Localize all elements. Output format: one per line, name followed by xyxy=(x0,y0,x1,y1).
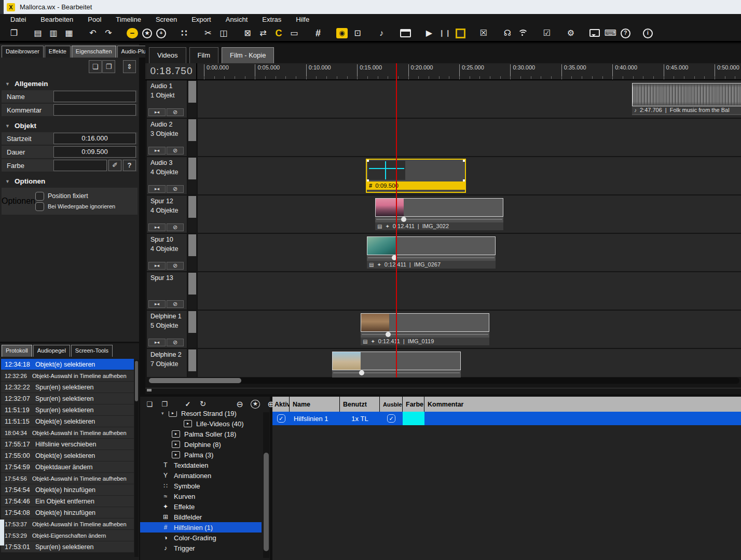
transition-icon[interactable]: ⊠ xyxy=(242,28,253,38)
position-fixiert-checkbox[interactable] xyxy=(35,192,44,201)
favorite-circle-icon[interactable]: ★ xyxy=(251,400,260,409)
settings-gear-icon[interactable]: ⚙ xyxy=(565,28,577,38)
pause-icon[interactable]: ❙❙ xyxy=(439,28,451,38)
collapse-sections-icon[interactable]: ⇕ xyxy=(123,60,136,73)
protocol-entry[interactable]: 17:55:00 Objekt(e) selektieren xyxy=(1,450,134,461)
clip-keyframe-dot[interactable] xyxy=(401,217,406,222)
protocol-entry[interactable]: 17:54:59 Objektdauer ändern xyxy=(1,461,134,473)
color-swatch[interactable] xyxy=(53,160,107,171)
pool-scrollbar[interactable] xyxy=(263,412,269,558)
menu-item[interactable]: Bearbeiten xyxy=(33,16,80,23)
tree-item[interactable]: ▸ Palma (3) xyxy=(140,450,262,460)
name-field[interactable] xyxy=(53,91,136,102)
playhead[interactable] xyxy=(396,63,397,377)
help-icon[interactable]: ? xyxy=(621,29,630,38)
bei-wiedergabe-ignorieren-checkbox[interactable] xyxy=(35,202,44,211)
open-folder-icon[interactable]: ❐ xyxy=(160,400,169,408)
dauer-field[interactable]: 0:09.500 xyxy=(53,146,136,158)
stop-icon[interactable] xyxy=(456,29,465,38)
play-icon[interactable]: ▶ xyxy=(423,28,435,38)
protocol-entry[interactable]: 17:55:17 Hilfslinie verschieben xyxy=(1,439,134,450)
menu-item[interactable]: Hilfe xyxy=(289,16,317,23)
zoom-preset-icon[interactable]: ★ xyxy=(142,29,152,38)
apply-check-icon[interactable]: ✓ xyxy=(184,400,192,408)
protocol-entry[interactable]: 17:54:46 Ein Objekt entfernen xyxy=(1,496,134,507)
left-panel-tab[interactable]: Dateibrowser xyxy=(2,46,44,58)
undo-icon[interactable]: ↶ xyxy=(87,28,99,38)
tree-item[interactable]: ✦ Effekte xyxy=(140,501,262,512)
zoom-in-icon[interactable]: + xyxy=(156,29,166,38)
open-folder-icon[interactable]: ❐ xyxy=(102,60,115,73)
protocol-tab[interactable]: Audiopegel xyxy=(33,345,70,357)
protocol-entry[interactable]: 17:54:08 Objekt(e) hinzufügen xyxy=(1,507,134,519)
menu-item[interactable]: Datei xyxy=(3,16,33,23)
screen-marker-icon[interactable]: ⊡ xyxy=(352,28,363,38)
menu-item[interactable]: Ansicht xyxy=(218,16,255,23)
protocol-entry[interactable]: 17:54:56 Objekt-Auswahl in Timeline aufh… xyxy=(1,473,134,484)
open-project-icon[interactable]: ❐ xyxy=(8,28,20,38)
startzeit-field[interactable]: 0:16.000 xyxy=(53,133,136,144)
clip-guide-selected[interactable]: # 0:09.500 xyxy=(366,159,466,193)
protocol-entry[interactable]: 11:51:15 Objekt(e) selektieren xyxy=(1,416,134,427)
tree-item[interactable]: ∷ Symbole xyxy=(140,481,262,491)
eyedropper-icon[interactable]: ✐ xyxy=(108,160,121,171)
menu-item[interactable]: Export xyxy=(184,16,218,23)
protocol-tab[interactable]: Protokoll xyxy=(2,345,32,357)
grid-icon[interactable]: # xyxy=(312,28,324,38)
aktiv-checkbox[interactable]: ✓ xyxy=(277,414,285,423)
remove-circle-icon[interactable]: ⊖ xyxy=(236,399,244,409)
protocol-entry[interactable]: 12:32:07 Spur(en) selektieren xyxy=(1,393,134,404)
info-icon[interactable]: i xyxy=(643,29,653,38)
menu-item[interactable]: Extras xyxy=(255,16,289,23)
ausblenden-checkbox[interactable]: ✓ xyxy=(387,414,395,423)
tree-item[interactable]: T Textdateien xyxy=(140,460,262,470)
close-screen-icon[interactable]: ☒ xyxy=(478,28,489,38)
clip-img-0119[interactable]: ▤ ✦ 0:12.411 | IMG_0119 xyxy=(361,313,489,345)
timeline-hscrollbar[interactable] xyxy=(149,377,739,384)
tree-item[interactable]: ♪ Trigger xyxy=(140,543,262,553)
section-allgemein[interactable]: ▼ Allgemein xyxy=(0,75,139,90)
task-list-icon[interactable]: ☑ xyxy=(541,28,553,38)
timeline-splitter[interactable] xyxy=(145,388,741,391)
left-panel-tab[interactable]: Eigenschaften xyxy=(72,46,116,58)
narrator-icon[interactable]: ☊ xyxy=(502,28,513,38)
zoom-out-icon[interactable]: − xyxy=(127,28,138,38)
save-version-icon[interactable]: ▥ xyxy=(48,28,59,38)
clip-keyframe-dot[interactable] xyxy=(386,332,391,337)
protocol-entry[interactable]: 12:32:26 Objekt-Auswahl in Timeline aufh… xyxy=(1,370,134,382)
redo-icon[interactable]: ↷ xyxy=(103,28,114,38)
tree-item[interactable]: ▸ Delphine (8) xyxy=(140,439,262,450)
protocol-scrollbar[interactable] xyxy=(134,360,139,557)
save-new-version-icon[interactable]: ▦ xyxy=(63,28,75,38)
clip-img-0267[interactable]: ▤ ✦ 0:12.411 | IMG_0267 xyxy=(367,236,496,269)
protocol-entry[interactable]: 11:51:19 Spur(en) selektieren xyxy=(1,404,134,416)
keyboard-icon[interactable]: ⌨ xyxy=(605,28,616,38)
column-header[interactable]: Benutzt xyxy=(340,397,380,412)
protocol-entry[interactable]: 17:53:29 Objekt-Eigenschaften ändern xyxy=(1,530,134,541)
new-folder-icon[interactable]: ❏ xyxy=(89,60,102,73)
swap-icon[interactable]: ⇄ xyxy=(257,28,269,38)
new-folder-icon[interactable]: ❏ xyxy=(145,400,154,408)
refresh-icon[interactable]: ↻ xyxy=(199,399,207,409)
audio-level-icon[interactable]: ♪ xyxy=(376,28,387,38)
protocol-entry[interactable]: 12:32:22 Spur(en) selektieren xyxy=(1,382,134,393)
protocol-entry[interactable]: 17:54:54 Objekt(e) hinzufügen xyxy=(1,484,134,496)
align-objects-icon[interactable]: ∷ xyxy=(179,28,190,38)
column-header[interactable]: Aktiv xyxy=(272,397,290,412)
color-help-button[interactable]: ? xyxy=(123,160,136,171)
menu-item[interactable]: Screen xyxy=(148,16,184,23)
protocol-entry[interactable]: 17:53:01 Spur(en) selektieren xyxy=(1,541,134,553)
guide-row-selected[interactable]: ✓ Hilfslinien 1 1x TL ✓ xyxy=(272,412,741,425)
protocol-entry[interactable]: 12:34:18 Objekt(e) selektieren xyxy=(1,359,134,370)
kommentar-field[interactable] xyxy=(53,104,136,116)
clip-keyframe-dot[interactable] xyxy=(359,370,364,375)
menu-item[interactable]: Pool xyxy=(80,16,108,23)
tree-item[interactable]: # Hilfslinien (1) xyxy=(140,522,262,533)
wifi-icon[interactable] xyxy=(517,28,529,38)
tree-item[interactable]: ▸ Palma Soller (18) xyxy=(140,429,262,439)
save-icon[interactable]: ▤ xyxy=(32,28,44,38)
tree-item[interactable]: ▸ Life-Videos (40) xyxy=(140,418,262,429)
protocol-tab[interactable]: Screen-Tools xyxy=(71,345,113,357)
section-objekt[interactable]: ▼ Objekt xyxy=(0,117,139,132)
cut-icon[interactable]: ✂ xyxy=(202,28,214,38)
